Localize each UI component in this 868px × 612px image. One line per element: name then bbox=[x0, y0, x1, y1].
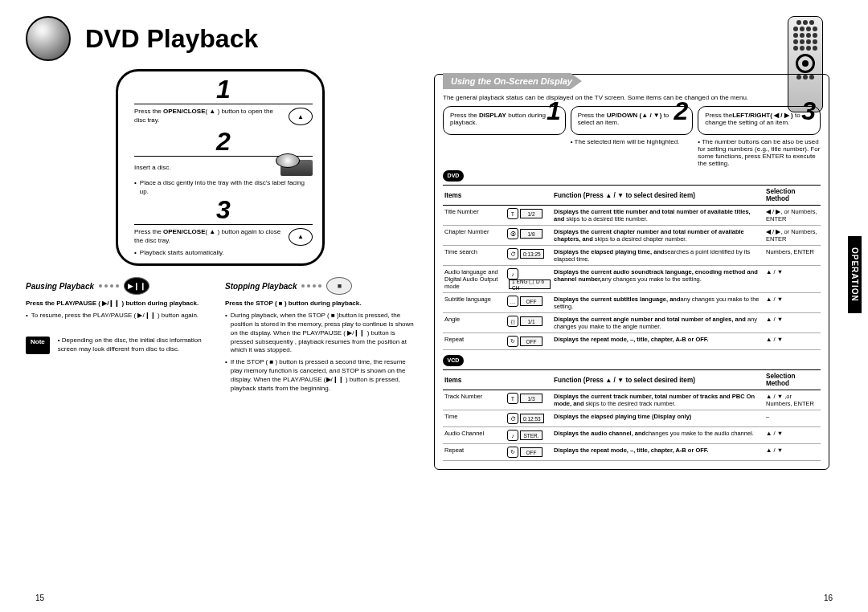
side-tab-operation: OPERATION bbox=[848, 236, 862, 313]
vcd-items-table: Items Function (Press ▲ / ▼ to select de… bbox=[443, 369, 821, 461]
vcd-badge: VCD bbox=[443, 355, 464, 366]
header-sphere-icon bbox=[26, 16, 71, 61]
note-badge: Note bbox=[26, 337, 50, 354]
osd-step-1: 1 Press the DISPLAY button during playba… bbox=[443, 106, 566, 167]
table-row: Time search⏱0:13:25Displays the elapsed … bbox=[443, 246, 821, 266]
step-3-text: Press the OPEN/CLOSE( ▲ ) button again t… bbox=[134, 228, 284, 246]
th-icon bbox=[506, 370, 552, 390]
th-items: Items bbox=[443, 370, 506, 390]
stop-icon: ■ bbox=[326, 277, 352, 295]
disc-tray-icon bbox=[280, 160, 313, 176]
play-pause-icon: ▶❙❙ bbox=[124, 277, 149, 295]
note-row: Note • Depending on the disc, the initia… bbox=[26, 337, 215, 354]
step-card: 1 Press the OPEN/CLOSE( ▲ ) button to op… bbox=[116, 69, 325, 266]
dvd-items-table: Items Function (Press ▲ / ▼ to select de… bbox=[443, 185, 821, 350]
table-row: Angle⌼1/1Displays the current angle numb… bbox=[443, 313, 821, 333]
open-close-button-icon: ▲ bbox=[289, 228, 313, 246]
stopping-main: Press the STOP ( ■ ) button during playb… bbox=[225, 300, 361, 307]
stopping-bullet-2: •If the STOP ( ■ ) button is pressed a s… bbox=[225, 358, 415, 393]
table-row: Audio language and Digital Audio Output … bbox=[443, 266, 821, 293]
step-1-text: Press the OPEN/CLOSE( ▲ ) button to open… bbox=[134, 108, 284, 125]
remote-ring-icon bbox=[796, 54, 815, 73]
stopping-title: Stopping Playback bbox=[225, 282, 297, 291]
osd-step-1-num: 1 bbox=[547, 96, 561, 126]
osd-step-2: 2 Press the UP/DOWN (▲ / ▼) to select an… bbox=[571, 106, 694, 167]
table-row: Repeat↻OFFDisplays the repeat mode, –, t… bbox=[443, 444, 821, 461]
page-title: DVD Playback bbox=[85, 24, 258, 54]
step-2-note: •Place a disc gently into the tray with … bbox=[134, 179, 313, 197]
osd-step-3-num: 3 bbox=[801, 96, 816, 126]
th-selection: Selection Method bbox=[764, 370, 821, 390]
card-tab-title: Using the On-Screen Display bbox=[443, 73, 582, 89]
page-num-left: 15 bbox=[35, 594, 44, 602]
table-row: Repeat↻OFFDisplays the repeat mode, –, t… bbox=[443, 333, 821, 350]
step-2-text: Insert a disc. bbox=[134, 164, 276, 173]
onscreen-display-card: Using the On-Screen Display The general … bbox=[434, 74, 829, 470]
dots-icon bbox=[301, 284, 321, 288]
table-row: Time⏱0:12:53Displays the elapsed playing… bbox=[443, 410, 821, 427]
page-header: DVD Playback bbox=[26, 16, 842, 61]
pausing-title: Pausing Playback bbox=[26, 282, 94, 291]
table-row: Audio Channel♪STER.Displays the audio ch… bbox=[443, 427, 821, 444]
osd-step-3: 3 Press theLEFT/RIGHT( ◀ / ▶ ) to change… bbox=[698, 106, 821, 167]
pausing-main: Press the PLAY/PAUSE ( ▶/❙❙ ) button dur… bbox=[26, 300, 199, 307]
step-2-number: 2 bbox=[134, 129, 313, 154]
stopping-bullet-1: •During playback, when the STOP ( ■ )but… bbox=[225, 312, 415, 355]
osd-step-2-num: 2 bbox=[674, 96, 689, 126]
step-1-number: 1 bbox=[134, 76, 313, 102]
th-icon bbox=[506, 186, 552, 206]
table-row: Chapter Number⦿1/8Displays the current c… bbox=[443, 226, 821, 246]
th-function: Function (Press ▲ / ▼ to select desired … bbox=[552, 186, 764, 206]
open-close-button-icon: ▲ bbox=[289, 108, 313, 125]
table-row: Track NumberT1/3Displays the current tra… bbox=[443, 390, 821, 410]
th-items: Items bbox=[443, 186, 506, 206]
step-3-number: 3 bbox=[134, 197, 313, 222]
dots-icon bbox=[99, 284, 119, 288]
card-intro: The general playback status can be displ… bbox=[443, 94, 821, 101]
th-selection: Selection Method bbox=[764, 186, 821, 206]
table-row: Subtitle language…OFFDisplays the curren… bbox=[443, 293, 821, 313]
dvd-badge: DVD bbox=[443, 170, 464, 182]
th-function: Function (Press ▲ / ▼ to select desired … bbox=[552, 370, 764, 390]
page-num-right: 16 bbox=[824, 594, 833, 602]
step-3-note: •Playback starts automatically. bbox=[134, 249, 313, 258]
table-row: Title NumberT1/2Displays the current tit… bbox=[443, 206, 821, 226]
pausing-bullet: •To resume, press the PLAY/PAUSE ( ▶/❙❙ … bbox=[26, 312, 215, 320]
